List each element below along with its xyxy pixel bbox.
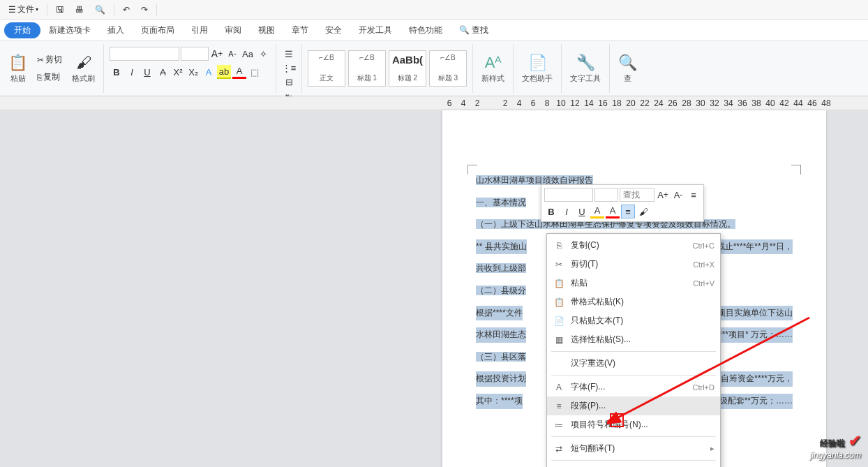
tab-newtab[interactable]: 新建选项卡 xyxy=(40,22,99,39)
mini-shrink-icon[interactable]: A- xyxy=(671,188,685,202)
mini-grow-icon[interactable]: A+ xyxy=(656,188,670,202)
app-menu[interactable]: ☰ 文件 ▾ xyxy=(4,2,43,17)
ctx-font[interactable]: A字体(F)...Ctrl+D xyxy=(547,378,720,396)
ctx-translate[interactable]: ⇄短句翻译(T)▸ xyxy=(547,439,720,458)
ctx-bullets[interactable]: ≔项目符号和编号(N)... xyxy=(547,415,720,434)
chevron-right-icon: ▸ xyxy=(710,444,714,453)
mini-list-icon[interactable]: ≡ xyxy=(687,188,701,202)
font-name-input[interactable] xyxy=(110,47,179,61)
group-font: A+ A- Aa ✧ B I U A̶ X² X₂ A ab A ⬚ xyxy=(104,44,276,93)
mini-bold[interactable]: B xyxy=(544,205,558,218)
save-icon[interactable]: 🖫 xyxy=(52,3,68,16)
ctx-cut[interactable]: ✂剪切(T)Ctrl+X xyxy=(547,255,720,274)
font-color-button[interactable]: A xyxy=(232,65,246,79)
underline-button[interactable]: U xyxy=(140,65,154,79)
highlight-button[interactable]: ab xyxy=(217,65,231,79)
paste-button[interactable]: 📋粘贴 xyxy=(6,52,30,85)
ctx-paste[interactable]: 📋粘贴Ctrl+V xyxy=(547,274,720,292)
superscript-button[interactable]: X² xyxy=(171,65,185,79)
style-heading1[interactable]: ⌐∠B标题 1 xyxy=(348,50,386,87)
char-border-button[interactable]: ⬚ xyxy=(248,65,262,79)
strike-button[interactable]: A̶ xyxy=(156,65,170,79)
mini-brush-icon[interactable]: 🖌 xyxy=(636,205,650,218)
menubar-search[interactable]: 🔍 查找 xyxy=(451,22,497,39)
format-brush-button[interactable]: 🖌格式刷 xyxy=(69,52,98,85)
mini-find[interactable] xyxy=(620,188,654,202)
ctx-paste-text: 📄只粘贴文本(T) xyxy=(547,311,720,330)
ctx-copy[interactable]: ⎘复制(C)Ctrl+C xyxy=(547,236,720,255)
paste-format-icon: 📋 xyxy=(553,297,565,307)
cut-icon: ✂ xyxy=(553,260,565,269)
mini-italic[interactable]: I xyxy=(560,205,574,218)
tab-insert[interactable]: 插入 xyxy=(99,22,133,39)
new-style-button[interactable]: Aᴬ新样式 xyxy=(479,52,507,85)
bold-button[interactable]: B xyxy=(110,65,124,79)
tab-devtools[interactable]: 开发工具 xyxy=(350,22,401,39)
mini-underline[interactable]: U xyxy=(575,205,589,218)
group-clipboard: 📋粘贴 ✂ 剪切 ⎘ 复制 🖌格式刷 xyxy=(0,44,104,93)
mini-toolbar: A+ A- ≡ B I U A A ≡ 🖌 xyxy=(541,184,704,222)
tab-security[interactable]: 安全 xyxy=(317,22,350,39)
shrink-font-icon[interactable]: A- xyxy=(225,47,239,61)
undo-icon[interactable]: ↶ xyxy=(119,3,134,16)
menubar: 开始 新建选项卡 插入 页面布局 引用 审阅 视图 章节 安全 开发工具 特色功… xyxy=(0,20,868,40)
mini-color[interactable]: A xyxy=(606,205,620,218)
mini-font-size[interactable] xyxy=(594,188,618,202)
ctx-paste-special[interactable]: ▦选择性粘贴(S)... xyxy=(547,330,720,349)
group-newstyle: Aᴬ新样式 xyxy=(473,44,514,93)
grow-font-icon[interactable]: A+ xyxy=(210,47,224,61)
italic-button[interactable]: I xyxy=(125,65,139,79)
copy-button[interactable]: ⎘ 复制 xyxy=(34,70,65,84)
numbering-button[interactable]: ⋮≡ xyxy=(282,61,296,75)
preview-icon[interactable]: 🔍 xyxy=(91,3,110,16)
group-find: 🔍查 xyxy=(610,44,645,93)
case-icon[interactable]: Aa xyxy=(241,47,255,61)
tab-special[interactable]: 特色功能 xyxy=(401,22,451,39)
font-icon: A xyxy=(553,383,565,392)
subscript-button[interactable]: X₂ xyxy=(186,65,200,79)
mini-align[interactable]: ≡ xyxy=(621,205,635,218)
style-normal[interactable]: ⌐∠B正文 xyxy=(308,50,345,87)
tab-start[interactable]: 开始 xyxy=(4,22,40,38)
context-menu: ⎘复制(C)Ctrl+C ✂剪切(T)Ctrl+X 📋粘贴Ctrl+V 📋带格式… xyxy=(546,233,721,467)
cut-button[interactable]: ✂ 剪切 xyxy=(34,52,65,67)
group-dochelper: 📄文档助手 xyxy=(514,44,562,93)
print-icon[interactable]: 🖶 xyxy=(71,3,88,16)
multilevel-button[interactable]: ⊟ xyxy=(282,75,296,89)
redo-icon[interactable]: ↷ xyxy=(137,3,152,16)
tab-pagelayout[interactable]: 页面布局 xyxy=(133,22,183,39)
ribbon: 📋粘贴 ✂ 剪切 ⎘ 复制 🖌格式刷 A+ A- Aa ✧ B I U A̶ X… xyxy=(0,40,868,96)
font-size-input[interactable] xyxy=(181,47,209,61)
titlebar: ☰ 文件 ▾ 🖫 🖶 🔍 ↶ ↷ xyxy=(0,0,868,20)
doc-helper-button[interactable]: 📄文档助手 xyxy=(519,52,555,85)
bullets-button[interactable]: ☰ xyxy=(282,47,296,61)
tab-view[interactable]: 视图 xyxy=(250,22,283,39)
ctx-paragraph[interactable]: ≡段落(P)... xyxy=(547,396,720,415)
check-icon: ✔ xyxy=(848,432,861,450)
ctx-paste-format[interactable]: 📋带格式粘贴(K) xyxy=(547,292,720,311)
clear-format-icon[interactable]: ✧ xyxy=(256,47,270,61)
group-texttool: 🔧文字工具 xyxy=(562,44,610,93)
style-heading3[interactable]: ⌐∠B标题 3 xyxy=(429,50,467,87)
ctx-hanzi[interactable]: 汉字重选(V) xyxy=(547,354,720,373)
bullets-icon: ≔ xyxy=(553,420,565,430)
text-effect-button[interactable]: A xyxy=(202,65,216,79)
watermark: 经验啦 ✔ jingyanla.com xyxy=(810,432,861,460)
text-tool-button[interactable]: 🔧文字工具 xyxy=(567,52,604,85)
ruler: 6422468101214161820222426283032343638404… xyxy=(0,96,868,110)
ctx-hyperlink[interactable]: 🔗超链接(H)...Ctrl+K xyxy=(547,463,720,467)
paste-text-icon: 📄 xyxy=(553,316,565,326)
tab-chapter[interactable]: 章节 xyxy=(283,22,317,39)
tab-review[interactable]: 审阅 xyxy=(216,22,250,39)
translate-icon: ⇄ xyxy=(553,444,565,454)
group-paragraph: ☰ ⋮≡ ⊟ ⇤ ⇥ ↕ ⇅ ¶ ⊞ ≡ ☰ ≡ ☰ ⫴ ▦ ⊞ xyxy=(276,44,302,93)
find-button[interactable]: 🔍查 xyxy=(615,52,640,85)
workspace: 山水林田湖草项目绩效自评报告 一、基本情况 （一）上级下达山水林田湖草生态保护修… xyxy=(0,110,868,467)
paragraph-icon: ≡ xyxy=(553,401,565,411)
mini-font-name[interactable] xyxy=(544,188,593,202)
style-heading2[interactable]: AaBb(标题 2 xyxy=(389,50,426,87)
tab-references[interactable]: 引用 xyxy=(183,22,216,39)
paste-icon: 📋 xyxy=(553,279,565,288)
mini-highlight[interactable]: A xyxy=(590,205,604,218)
group-styles: ⌐∠B正文 ⌐∠B标题 1 AaBb(标题 2 ⌐∠B标题 3 xyxy=(302,44,473,93)
